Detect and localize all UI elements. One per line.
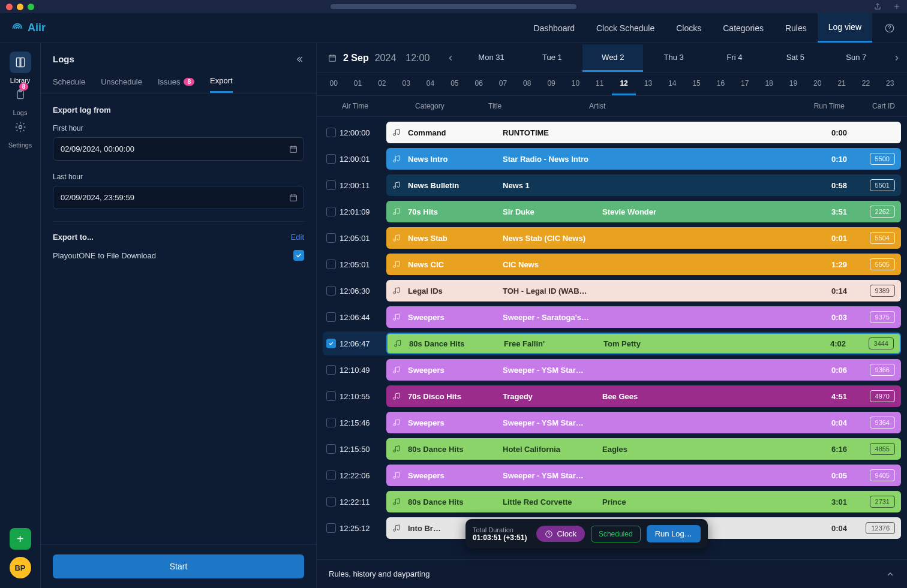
hour-13[interactable]: 13 xyxy=(636,73,660,95)
row-checkbox[interactable] xyxy=(326,312,336,322)
hour-19[interactable]: 19 xyxy=(781,73,805,95)
hour-08[interactable]: 08 xyxy=(515,73,539,95)
row-checkbox[interactable] xyxy=(326,497,336,506)
log-row[interactable]: 12:10:49 Sweepers Sweeper - YSM Star… 0:… xyxy=(323,358,901,382)
hour-23[interactable]: 23 xyxy=(878,73,902,95)
minimize-window[interactable] xyxy=(17,4,23,10)
calendar-icon[interactable] xyxy=(289,193,298,203)
log-row[interactable]: 12:06:44 Sweepers Sweeper - Saratoga's… … xyxy=(323,305,901,329)
hour-02[interactable]: 02 xyxy=(370,73,394,95)
run-log-button[interactable]: Run Log… xyxy=(647,525,701,542)
hour-03[interactable]: 03 xyxy=(394,73,418,95)
day-tue-1[interactable]: Tue 1 xyxy=(522,44,582,72)
brand-logo[interactable]: Aiir xyxy=(0,22,56,35)
maximize-window[interactable] xyxy=(28,4,34,10)
log-row[interactable]: 12:10:55 70s Disco Hits Tragedy Bee Gees… xyxy=(323,384,901,408)
log-row[interactable]: 12:01:09 70s Hits Sir Duke Stevie Wonder… xyxy=(323,200,901,224)
hour-16[interactable]: 16 xyxy=(708,73,732,95)
close-window[interactable] xyxy=(6,4,13,10)
nav-log-view[interactable]: Log view xyxy=(818,13,872,43)
row-checkbox[interactable] xyxy=(326,260,336,269)
day-mon-31[interactable]: Mon 31 xyxy=(461,44,521,72)
nav-clock-schedule[interactable]: Clock Schedule xyxy=(585,13,665,43)
tab-schedule[interactable]: Schedule xyxy=(53,70,85,93)
log-row[interactable]: 12:00:01 News Intro Star Radio - News In… xyxy=(323,147,901,171)
row-checkbox[interactable] xyxy=(326,523,336,533)
row-checkbox[interactable] xyxy=(326,471,336,480)
hour-17[interactable]: 17 xyxy=(733,73,757,95)
log-row[interactable]: 12:15:46 Sweepers Sweeper - YSM Star… 0:… xyxy=(323,411,901,435)
row-checkbox[interactable] xyxy=(326,444,336,454)
day-sat-5[interactable]: Sat 5 xyxy=(765,44,825,72)
music-icon xyxy=(392,445,408,453)
nav-categories[interactable]: Categories xyxy=(712,13,774,43)
hour-10[interactable]: 10 xyxy=(563,73,587,95)
hour-04[interactable]: 04 xyxy=(418,73,442,95)
day-thu-3[interactable]: Thu 3 xyxy=(643,44,704,72)
add-button[interactable]: + xyxy=(10,528,31,550)
hour-00[interactable]: 00 xyxy=(322,73,346,95)
hour-14[interactable]: 14 xyxy=(660,73,684,95)
row-checkbox[interactable] xyxy=(326,418,336,427)
day-wed-2[interactable]: Wed 2 xyxy=(582,44,643,72)
nav-dashboard[interactable]: Dashboard xyxy=(522,13,585,43)
log-row[interactable]: 12:06:47 80s Dance Hits Free Fallin' Tom… xyxy=(323,331,901,355)
help-icon[interactable] xyxy=(872,23,907,34)
hour-20[interactable]: 20 xyxy=(806,73,830,95)
log-row[interactable]: 12:00:11 News Bulletin News 1 0:58 5501 xyxy=(323,173,901,197)
edit-link[interactable]: Edit xyxy=(291,233,304,242)
hour-15[interactable]: 15 xyxy=(684,73,708,95)
nav-rules[interactable]: Rules xyxy=(774,13,818,43)
share-icon[interactable] xyxy=(873,2,882,11)
log-row[interactable]: 12:05:01 News Stab News Stab (CIC News) … xyxy=(323,226,901,250)
log-row[interactable]: 12:15:50 80s Dance Hits Hotel California… xyxy=(323,437,901,461)
hour-01[interactable]: 01 xyxy=(346,73,370,95)
start-button[interactable]: Start xyxy=(53,554,304,578)
row-checkbox[interactable] xyxy=(326,233,336,243)
user-avatar[interactable]: BP xyxy=(10,557,31,578)
row-checkbox[interactable] xyxy=(326,286,336,295)
row-checkbox[interactable] xyxy=(326,339,336,348)
log-row[interactable]: 12:00:00 Command RUNTOTIME 0:00 xyxy=(323,120,901,144)
tab-export[interactable]: Export xyxy=(210,70,233,93)
calendar-icon[interactable] xyxy=(289,144,298,154)
rail-logs[interactable]: Logs8 xyxy=(8,84,32,116)
tab-unschedule[interactable]: Unschedule xyxy=(101,70,142,93)
day-sun-7[interactable]: Sun 7 xyxy=(826,44,887,72)
clock-button[interactable]: Clock xyxy=(536,526,585,542)
hour-05[interactable]: 05 xyxy=(443,73,467,95)
prev-day-icon[interactable] xyxy=(440,54,461,62)
destination-checkbox[interactable] xyxy=(293,250,304,261)
add-tab-icon[interactable] xyxy=(893,2,901,11)
tab-issues[interactable]: Issues8 xyxy=(158,70,194,93)
day-fri-4[interactable]: Fri 4 xyxy=(704,44,765,72)
hour-18[interactable]: 18 xyxy=(757,73,781,95)
row-checkbox[interactable] xyxy=(326,365,336,375)
chevron-up-icon[interactable] xyxy=(885,569,895,579)
hour-11[interactable]: 11 xyxy=(588,73,612,95)
row-checkbox[interactable] xyxy=(326,128,336,137)
hour-07[interactable]: 07 xyxy=(491,73,515,95)
collapse-panel-icon[interactable] xyxy=(295,55,304,64)
first-hour-input[interactable] xyxy=(53,137,304,161)
calendar-icon[interactable] xyxy=(328,53,337,63)
last-hour-input[interactable] xyxy=(53,186,304,209)
row-checkbox[interactable] xyxy=(326,154,336,164)
footer-bar[interactable]: Rules, history and dayparting xyxy=(317,559,907,588)
rail-library[interactable]: Library xyxy=(8,52,32,84)
log-row[interactable]: 12:22:11 80s Dance Hits Little Red Corve… xyxy=(323,490,901,514)
hour-22[interactable]: 22 xyxy=(854,73,878,95)
log-row[interactable]: 12:05:01 News CIC CIC News 1:29 5505 xyxy=(323,252,901,276)
nav-clocks[interactable]: Clocks xyxy=(665,13,712,43)
row-checkbox[interactable] xyxy=(326,180,336,190)
hour-12[interactable]: 12 xyxy=(612,73,636,95)
next-day-icon[interactable] xyxy=(887,54,907,62)
hour-21[interactable]: 21 xyxy=(830,73,854,95)
log-row[interactable]: 12:06:30 Legal IDs TOH - Legal ID (WAB… … xyxy=(323,279,901,303)
hour-06[interactable]: 06 xyxy=(467,73,491,95)
row-checkbox[interactable] xyxy=(326,207,336,216)
rail-settings[interactable]: Settings xyxy=(8,116,32,149)
hour-09[interactable]: 09 xyxy=(539,73,563,95)
row-checkbox[interactable] xyxy=(326,391,336,401)
log-row[interactable]: 12:22:06 Sweepers Sweeper - YSM Star… 0:… xyxy=(323,463,901,487)
